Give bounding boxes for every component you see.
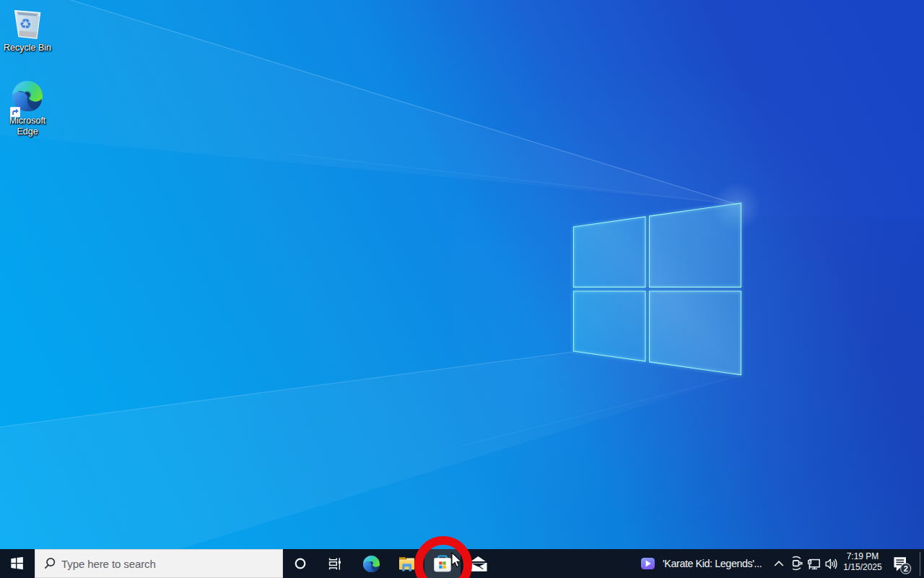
desktop-icon-label: Microsoft Edge: [9, 116, 46, 137]
network-button[interactable]: [804, 549, 824, 578]
media-title: 'Karate Kid: Legends'...: [663, 558, 762, 569]
wallpaper: [0, 0, 924, 578]
taskbar: Type here to search: [0, 549, 924, 578]
show-desktop-button[interactable]: [920, 549, 924, 578]
meet-now-icon: [790, 556, 803, 571]
clock-time: 7:19 PM: [840, 552, 885, 561]
mail-icon: [470, 556, 487, 571]
search-icon: [43, 557, 56, 570]
show-desktop-divider: [920, 552, 920, 576]
volume-icon: [825, 558, 838, 570]
cortana-button[interactable]: [282, 549, 318, 578]
svg-text:♻: ♻: [19, 16, 32, 32]
desktop-icon-graphic: ♻: [10, 6, 45, 40]
volume-button[interactable]: [821, 549, 841, 578]
meet-now-button[interactable]: [787, 549, 806, 578]
action-center-icon: 2: [893, 556, 913, 575]
microsoft-store-icon: [434, 555, 451, 572]
edge-icon: [362, 555, 380, 573]
taskbar-mail-button[interactable]: [461, 549, 496, 578]
task-view-icon: [328, 558, 341, 570]
desktop-icon-recycle-bin[interactable]: ♻ Recycle Bin: [0, 6, 55, 53]
taskbar-file-explorer-button[interactable]: [389, 549, 424, 578]
clock[interactable]: 7:19 PM 1/15/2025: [840, 549, 885, 578]
windows-start-icon: [11, 557, 24, 570]
task-view-button[interactable]: [318, 549, 352, 578]
desktop-icon-graphic: [10, 79, 45, 113]
search-placeholder: Type here to search: [61, 558, 156, 570]
start-button[interactable]: [0, 549, 35, 578]
taskbar-edge-button[interactable]: [354, 549, 389, 578]
file-explorer-icon: [398, 556, 415, 571]
search-box[interactable]: Type here to search: [35, 549, 283, 578]
notification-badge: 2: [904, 564, 908, 573]
recycle-bin-icon: ♻: [12, 7, 43, 40]
taskbar-store-button[interactable]: [424, 549, 461, 578]
clock-date: 1/15/2025: [840, 563, 885, 572]
cortana-icon: [294, 557, 307, 570]
action-center-button[interactable]: 2: [885, 549, 917, 578]
desktop-icon-label: Recycle Bin: [4, 43, 51, 53]
network-ethernet-icon: [808, 558, 820, 570]
media-playback-widget[interactable]: 'Karate Kid: Legends'...: [641, 549, 762, 578]
shortcut-arrow-icon: [10, 107, 20, 117]
play-icon: [641, 558, 655, 569]
desktop-icon-microsoft-edge[interactable]: Microsoft Edge: [0, 79, 55, 137]
chevron-up-icon: [774, 560, 784, 567]
